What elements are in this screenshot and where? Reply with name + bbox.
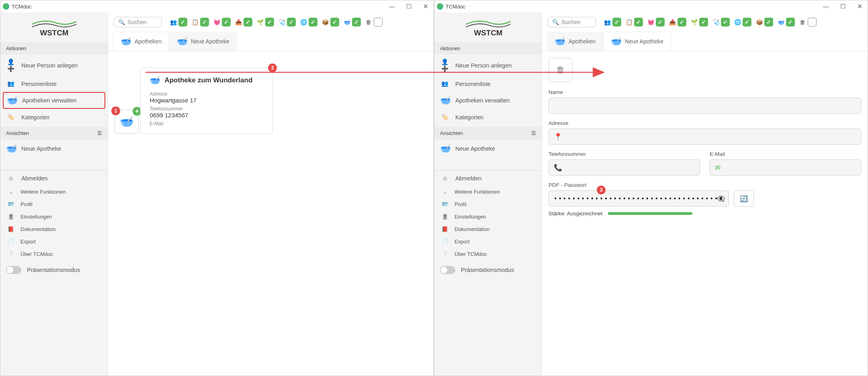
callout-3: 3 bbox=[597, 186, 606, 194]
svg-text:WSTCM: WSTCM bbox=[40, 29, 68, 37]
sidebar-item-profil[interactable]: 🪪Profil bbox=[434, 198, 542, 210]
presentation-toggle[interactable] bbox=[6, 266, 21, 274]
filter-icons: 👥✓ 📋✓ 💓✓ 📤✓ 🌱✓ 🩺✓ 🌐✓ 📦✓ 🥣✓ 🗑 bbox=[168, 16, 384, 28]
box-icon: 📦 bbox=[321, 18, 330, 27]
tab-neue-apotheke[interactable]: 🥣Neue Apotheke bbox=[603, 32, 671, 51]
sidebar-item-neue-apotheke[interactable]: 🥣Neue Apotheke bbox=[434, 139, 542, 158]
phone-icon: 📞 bbox=[554, 163, 562, 172]
section-aktionen: Aktionen bbox=[434, 42, 542, 55]
sidebar-item-weitere[interactable]: ⌄Weitere Funktionen bbox=[434, 186, 542, 198]
sidebar-item-dokumentation[interactable]: 📕Dokumentation bbox=[0, 223, 108, 235]
search-input[interactable]: 🔍Suchen bbox=[548, 17, 596, 27]
hamburger-icon[interactable]: ☰ bbox=[531, 130, 536, 136]
sliders-icon: 🎚️ bbox=[6, 214, 16, 220]
refresh-icon: 🔄 bbox=[740, 195, 748, 202]
name-input[interactable] bbox=[549, 98, 861, 114]
sidebar-item-kategorien[interactable]: 🏷️ Kategorien bbox=[0, 110, 108, 125]
sidebar-item-personlist[interactable]: 👥Personenliste bbox=[434, 76, 542, 91]
eye-off-icon[interactable]: 👁‍🗨 bbox=[717, 195, 725, 202]
section-ansichten: Ansichten☰ bbox=[0, 127, 108, 139]
close-button[interactable]: ✕ bbox=[854, 3, 865, 10]
mortar-icon: 🥣 bbox=[121, 36, 131, 47]
check-icon: ✓ bbox=[200, 18, 209, 27]
adresse-input[interactable]: 📍 bbox=[549, 129, 861, 145]
sidebar-item-apotheken-verwalten[interactable]: 🥣 Apotheken verwalten bbox=[3, 92, 105, 109]
stethoscope-icon: 🩺 bbox=[711, 18, 720, 27]
close-button[interactable]: ✕ bbox=[420, 3, 431, 10]
mortar-icon: 🥣 bbox=[6, 143, 16, 154]
minimize-button[interactable]: — bbox=[386, 3, 397, 10]
sidebar-item-einstellungen[interactable]: 🎚️Einstellungen bbox=[0, 210, 108, 223]
search-input[interactable]: 🔍Suchen bbox=[114, 17, 162, 27]
stethoscope-icon: 🩺 bbox=[277, 18, 286, 27]
value-tel: 0699 1234567 bbox=[149, 112, 264, 119]
tab-neue-apotheke[interactable]: 🥣Neue Apotheke bbox=[169, 32, 237, 51]
main-panel: 🔍Suchen 👥✓ 📋✓ 💓✓ 📤✓ 🌱✓ 🩺✓ 🌐✓ 📦✓ 🥣✓ 🗑 🥣Ap… bbox=[108, 12, 434, 376]
section-aktionen: Aktionen bbox=[0, 42, 108, 55]
tag-icon: 🏷️ bbox=[6, 114, 16, 121]
sidebar-item-einstellungen[interactable]: 🎚️Einstellungen bbox=[434, 210, 542, 223]
window-title: TCMdoc bbox=[12, 4, 31, 10]
location-icon: 📍 bbox=[554, 133, 562, 141]
tab-apotheken[interactable]: 🥣Apotheken bbox=[113, 32, 169, 51]
main-panel: 🔍Suchen 👥✓ 📋✓ 💓✓ 📤✓ 🌱✓ 🩺✓ 🌐✓ 📦✓ 🥣✓ 🗑 🥣Ap… bbox=[542, 12, 868, 376]
tel-input[interactable]: 📞 bbox=[549, 159, 700, 176]
sidebar-item-export[interactable]: 📄Export bbox=[434, 235, 542, 248]
hamburger-icon[interactable]: ☰ bbox=[97, 130, 102, 136]
label-email: E-Mail bbox=[710, 151, 861, 157]
minimize-button[interactable]: — bbox=[820, 3, 831, 10]
sidebar-item-new-person[interactable]: 👤➕Neue Person anlegen bbox=[434, 55, 542, 76]
sidebar-item-kategorien[interactable]: 🏷️Kategorien bbox=[434, 110, 542, 125]
password-strength: Stärke: Ausgezeichnet bbox=[549, 210, 861, 217]
people-icon: 👥 bbox=[169, 18, 178, 27]
mortar-icon: 🥣 bbox=[342, 18, 351, 27]
pharmacy-card[interactable]: 🥣Apotheke zum Wunderland Adresse Hogwart… bbox=[140, 67, 273, 134]
help-icon: ❔ bbox=[440, 251, 450, 257]
sidebar-item-profil[interactable]: 🪪Profil bbox=[0, 198, 108, 210]
sidebar-item-personlist[interactable]: 👥 Personenliste bbox=[0, 76, 108, 91]
trash-icon: 🗑 bbox=[556, 65, 565, 75]
check-icon: ✓ bbox=[786, 18, 795, 27]
sidebar-item-abmelden[interactable]: ⎋ Abmelden bbox=[0, 171, 108, 186]
sidebar-item-new-person[interactable]: 👤➕ Neue Person anlegen bbox=[0, 55, 108, 76]
presentation-toggle[interactable] bbox=[440, 266, 455, 274]
tabs: 🥣Apotheken 🥣Neue Apotheke bbox=[108, 32, 434, 51]
toolbar: 🔍Suchen 👥✓ 📋✓ 💓✓ 📤✓ 🌱✓ 🩺✓ 🌐✓ 📦✓ 🥣✓ 🗑 bbox=[542, 12, 868, 32]
delete-button[interactable]: 🗑 bbox=[549, 58, 573, 82]
sidebar-item-neue-apotheke[interactable]: 🥣 Neue Apotheke bbox=[0, 139, 108, 158]
mortar-icon: 🥣 bbox=[440, 95, 450, 106]
presentation-label: Präsentationsmodus bbox=[27, 267, 80, 273]
sidebar-item-label: Weitere Funktionen bbox=[20, 189, 66, 195]
pdf-password-input[interactable]: ••••••••••••••••••••••••••••••••••••• bbox=[549, 190, 729, 206]
strength-bar bbox=[608, 212, 692, 215]
person-add-icon: 👤➕ bbox=[6, 59, 16, 72]
label-adresse: Adresse bbox=[549, 120, 861, 126]
tab-apotheken[interactable]: 🥣Apotheken bbox=[547, 32, 603, 51]
sidebar-item-about[interactable]: ❔Über TCMdoc bbox=[434, 248, 542, 260]
email-input[interactable]: ✉ bbox=[710, 159, 861, 176]
maximize-button[interactable]: ☐ bbox=[837, 3, 848, 10]
maximize-button[interactable]: ☐ bbox=[403, 3, 414, 10]
sidebar-item-apotheken-verwalten[interactable]: 🥣Apotheken verwalten bbox=[434, 91, 542, 110]
mail-icon: ✉ bbox=[715, 163, 721, 172]
sidebar-item-export[interactable]: 📄Export bbox=[0, 235, 108, 248]
search-icon: 🔍 bbox=[118, 19, 125, 25]
sidebar-item-dokumentation[interactable]: 📕Dokumentation bbox=[434, 223, 542, 235]
unchecked-icon bbox=[374, 18, 383, 27]
strength-text: Stärke: Ausgezeichnet bbox=[549, 210, 602, 217]
chevron-down-icon: ⌄ bbox=[440, 189, 450, 195]
regenerate-password-button[interactable]: 🔄 bbox=[734, 190, 754, 206]
sidebar-item-about[interactable]: ❔Über TCMdoc bbox=[0, 248, 108, 260]
sidebar-item-label: Apotheken verwalten bbox=[22, 97, 76, 104]
filter-icons: 👥✓ 📋✓ 💓✓ 📤✓ 🌱✓ 🩺✓ 🌐✓ 📦✓ 🥣✓ 🗑 bbox=[602, 16, 818, 28]
search-icon: 🔍 bbox=[552, 19, 559, 25]
sidebar-item-weitere[interactable]: ⌄ Weitere Funktionen bbox=[0, 186, 108, 198]
check-icon: ✓ bbox=[330, 18, 339, 27]
check-icon: ✓ bbox=[178, 18, 187, 27]
label-email: E-Mail bbox=[149, 121, 264, 127]
mortar-icon: 🥣 bbox=[440, 143, 450, 154]
sidebar-item-abmelden[interactable]: ⎋Abmelden bbox=[434, 171, 542, 186]
sliders-icon: 🎚️ bbox=[440, 214, 450, 220]
check-icon: ✓ bbox=[656, 18, 665, 27]
sidebar-item-label: Abmelden bbox=[21, 175, 47, 182]
